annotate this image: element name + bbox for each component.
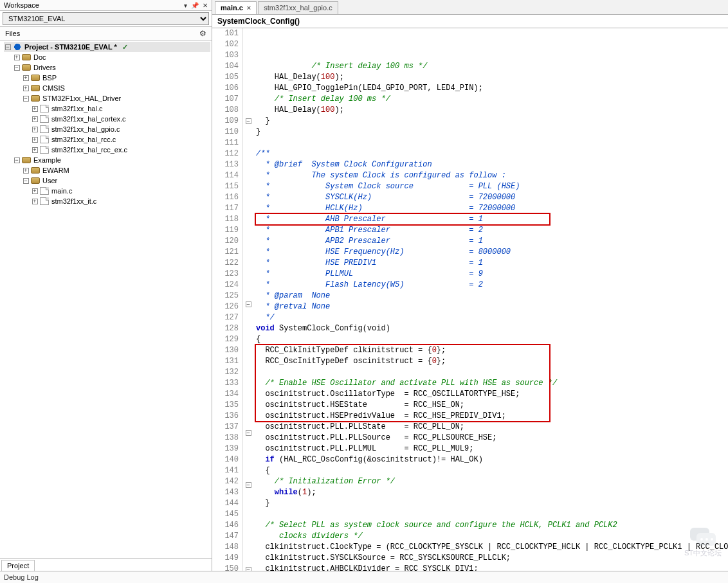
editor-tab[interactable]: main.c×: [215, 1, 257, 14]
workspace-panel: Workspace ▾ 📌 ✕ STM3210E_EVAL Files ⚙ −P…: [0, 0, 212, 571]
tree-node[interactable]: +BSP: [22, 73, 210, 83]
code-text[interactable]: /* Insert delay 100 ms */ HAL_Delay(100)…: [253, 28, 728, 571]
tree-node[interactable]: +stm32f1xx_hal_cortex.c: [31, 114, 210, 124]
twisty-icon[interactable]: +: [13, 52, 21, 62]
workspace-title: Workspace: [4, 1, 39, 9]
svg-point-4: [711, 538, 713, 541]
twisty-icon[interactable]: +: [31, 124, 39, 134]
tree-node[interactable]: +CMSIS: [22, 83, 210, 93]
tree-node[interactable]: +stm32f1xx_hal_gpio.c: [31, 124, 210, 134]
tree-node[interactable]: +EWARM: [22, 165, 210, 175]
breadcrumb[interactable]: SystemClock_Config(): [212, 15, 728, 28]
tree-node[interactable]: +Doc: [13, 52, 210, 62]
editor-tabs: main.c×stm32f1xx_hal_gpio.c: [212, 0, 728, 15]
editor-panel: main.c×stm32f1xx_hal_gpio.c SystemClock_…: [212, 0, 728, 571]
dropdown-icon[interactable]: ▾: [184, 2, 187, 9]
tree-label: stm32f1xx_hal_gpio.c: [51, 124, 120, 134]
tree-node[interactable]: +stm32f1xx_it.c: [31, 196, 210, 206]
check-icon: [118, 42, 128, 52]
workspace-window-controls: ▾ 📌 ✕: [184, 2, 208, 9]
app-root: Workspace ▾ 📌 ✕ STM3210E_EVAL Files ⚙ −P…: [0, 0, 728, 583]
folder-icon: [22, 54, 31, 60]
file-icon: [40, 105, 49, 112]
folder-icon: [22, 157, 31, 163]
tree-label: User: [42, 175, 57, 186]
fold-column[interactable]: −−−−−: [243, 28, 253, 571]
pin-icon[interactable]: 📌: [191, 2, 199, 9]
tree-node[interactable]: −Example+EWARM−User+main.c+stm32f1xx_it.…: [13, 155, 210, 206]
folder-icon: [31, 177, 40, 184]
tree-root[interactable]: −Project - STM3210E_EVAL *+Doc−Drivers+B…: [4, 42, 210, 206]
tree-node[interactable]: −STM32F1xx_HAL_Driver+stm32f1xx_hal.c+st…: [22, 93, 210, 155]
twisty-icon[interactable]: +: [31, 186, 39, 196]
twisty-icon[interactable]: +: [31, 114, 39, 124]
debug-log-label: Debug Log: [4, 573, 39, 581]
tree-label: stm32f1xx_hal_cortex.c: [51, 114, 126, 124]
tab-close-icon[interactable]: ×: [247, 4, 251, 12]
close-icon[interactable]: ✕: [203, 2, 208, 9]
bottom-bar[interactable]: Debug Log: [0, 571, 728, 583]
tree-label: Example: [33, 155, 61, 165]
folder-icon: [22, 64, 31, 71]
project-tree[interactable]: −Project - STM3210E_EVAL *+Doc−Drivers+B…: [0, 40, 212, 558]
twisty-icon[interactable]: −: [22, 175, 30, 186]
watermark: ST中文论坛: [684, 525, 722, 558]
tab-label: main.c: [221, 4, 243, 12]
tree-label: Doc: [33, 52, 46, 62]
tree-label: BSP: [42, 73, 57, 83]
project-icon: [13, 43, 22, 51]
twisty-icon[interactable]: +: [31, 134, 39, 145]
tree-label: main.c: [51, 186, 72, 196]
tree-node[interactable]: −User+main.c+stm32f1xx_it.c: [22, 175, 210, 206]
folder-icon: [31, 95, 40, 102]
twisty-icon[interactable]: +: [22, 165, 30, 175]
folder-icon: [31, 167, 40, 174]
tree-label: stm32f1xx_hal.c: [51, 103, 102, 114]
file-icon: [40, 136, 49, 143]
twisty-icon[interactable]: −: [13, 155, 21, 165]
workspace-titlebar: Workspace ▾ 📌 ✕: [0, 0, 212, 11]
twisty-icon[interactable]: +: [31, 145, 39, 155]
code-area[interactable]: 101 102 103 104 105 106 107 108 109 110 …: [212, 28, 728, 571]
file-icon: [40, 187, 49, 195]
workspace-bottom-tabs: Project: [0, 558, 212, 571]
gear-icon[interactable]: ⚙: [199, 29, 206, 38]
project-tab[interactable]: Project: [1, 560, 35, 571]
file-icon: [40, 115, 49, 123]
tree-node[interactable]: +stm32f1xx_hal_rcc.c: [31, 134, 210, 145]
tree-node[interactable]: +stm32f1xx_hal_rcc_ex.c: [31, 145, 210, 155]
folder-icon: [31, 75, 40, 81]
workspace-select-wrap: STM3210E_EVAL: [0, 11, 212, 27]
tree-label: stm32f1xx_it.c: [51, 196, 96, 206]
file-icon: [40, 197, 49, 205]
tree-label: stm32f1xx_hal_rcc.c: [51, 134, 116, 145]
tree-node[interactable]: +main.c: [31, 186, 210, 196]
svg-point-2: [700, 538, 703, 541]
tree-label: CMSIS: [42, 83, 65, 93]
tree-node[interactable]: +stm32f1xx_hal.c: [31, 103, 210, 114]
twisty-icon[interactable]: +: [22, 83, 30, 93]
folder-icon: [31, 85, 40, 91]
twisty-icon[interactable]: +: [22, 73, 30, 83]
tree-label: STM32F1xx_HAL_Driver: [42, 93, 121, 103]
files-label: Files: [5, 30, 20, 37]
file-icon: [40, 125, 49, 133]
twisty-icon[interactable]: +: [31, 196, 39, 206]
editor-tab[interactable]: stm32f1xx_hal_gpio.c: [258, 1, 338, 14]
svg-point-3: [705, 538, 708, 541]
tree-label: EWARM: [42, 165, 69, 175]
tree-label: Drivers: [33, 62, 56, 73]
workspace-config-select[interactable]: STM3210E_EVAL: [3, 12, 209, 25]
line-number-gutter: 101 102 103 104 105 106 107 108 109 110 …: [212, 28, 243, 571]
tab-label: stm32f1xx_hal_gpio.c: [264, 4, 332, 12]
main-area: Workspace ▾ 📌 ✕ STM3210E_EVAL Files ⚙ −P…: [0, 0, 728, 571]
tree-label: stm32f1xx_hal_rcc_ex.c: [51, 145, 127, 155]
tree-node[interactable]: −Drivers+BSP+CMSIS−STM32F1xx_HAL_Driver+…: [13, 62, 210, 155]
twisty-icon[interactable]: −: [13, 62, 21, 73]
files-header: Files ⚙: [0, 27, 212, 40]
file-icon: [40, 146, 49, 154]
twisty-icon[interactable]: +: [31, 103, 39, 114]
twisty-icon[interactable]: −: [22, 93, 30, 103]
